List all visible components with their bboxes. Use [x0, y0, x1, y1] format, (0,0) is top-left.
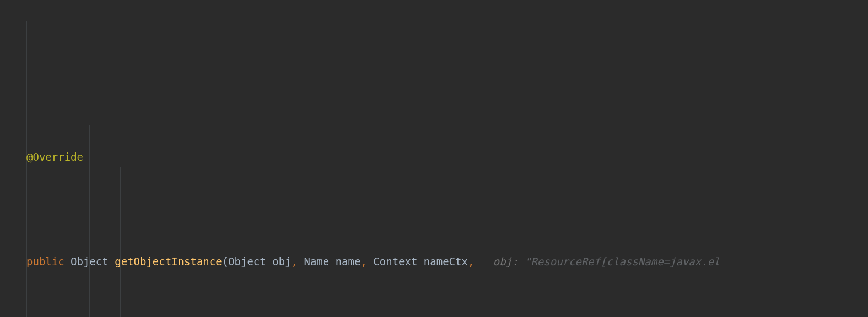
code-line[interactable]: @Override	[0, 146, 868, 167]
param-name: obj	[272, 255, 291, 267]
code-line[interactable]: public Object getObjectInstance(Object o…	[0, 251, 868, 272]
keyword-public: public	[26, 255, 64, 267]
annotation: @Override	[26, 151, 83, 163]
inline-hint-label: obj:	[493, 255, 519, 267]
param-name: nameCtx	[424, 255, 468, 267]
param-type: Name	[304, 255, 329, 267]
inline-hint-value: "ResourceRef[className=javax.el	[525, 255, 720, 267]
method-name: getObjectInstance	[115, 255, 222, 267]
return-type: Object	[71, 255, 109, 267]
param-type: Object	[228, 255, 266, 267]
code-editor[interactable]: @Override public Object getObjectInstanc…	[0, 0, 868, 317]
param-type: Context	[373, 255, 417, 267]
param-name: name	[336, 255, 361, 267]
